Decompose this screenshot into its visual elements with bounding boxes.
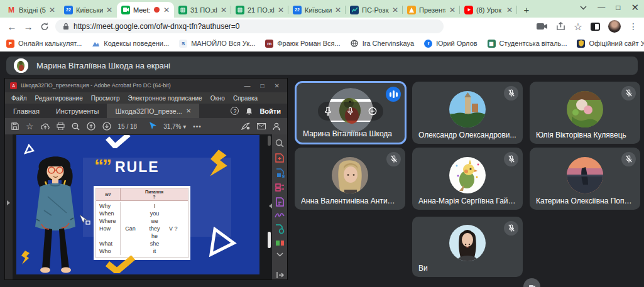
pen-tool-icon[interactable] xyxy=(241,122,250,130)
tab-schedule[interactable]: ПС-Розкла ✕ xyxy=(346,2,403,18)
star-icon[interactable]: ☆ xyxy=(26,121,34,131)
expand-pane-icon[interactable] xyxy=(276,271,284,279)
tab-sheet-31[interactable]: 31 ПО.xlsx ✕ xyxy=(174,2,231,18)
menu-help[interactable]: Справка xyxy=(233,95,258,102)
bookmark-item[interactable]: ▦Студентська віталь... xyxy=(488,40,567,48)
tab-close-icon[interactable]: ✕ xyxy=(449,6,456,14)
nav-pane-rail[interactable] xyxy=(5,134,13,279)
facebook-icon: f xyxy=(424,40,432,48)
tab-close-icon[interactable]: ✕ xyxy=(106,6,112,14)
acrobat-minimize-button[interactable]: — xyxy=(244,82,251,89)
menu-window[interactable]: Окно xyxy=(210,95,225,102)
tab-calendar-2[interactable]: 22 Київський ✕ xyxy=(288,2,346,18)
print-icon[interactable] xyxy=(57,122,65,130)
export-pdf-tool-icon[interactable] xyxy=(275,168,285,178)
address-bar[interactable]: https://meet.google.com/ofw-dnxq-tfn?aut… xyxy=(55,19,444,33)
bookmark-item[interactable]: SМАНОЙЛО Вся Ук... xyxy=(179,40,255,48)
participant-tile[interactable]: Анна-Марія Сергіївна Гайд... xyxy=(412,148,523,210)
pin-icon[interactable] xyxy=(324,107,332,116)
organize-pages-tool-icon[interactable] xyxy=(275,183,285,192)
bookmark-item[interactable]: Офіційний сайт Уп... xyxy=(577,40,644,48)
tab-close-icon[interactable]: ✕ xyxy=(163,6,170,14)
signature-tool-icon[interactable] xyxy=(275,212,285,219)
tab-close-icon[interactable]: ✕ xyxy=(186,107,191,114)
table-row: WhyI xyxy=(96,202,188,210)
tab-presentation[interactable]: Презента ✕ xyxy=(403,2,460,18)
tab-gmail[interactable]: M Вхідні (5) - ✕ xyxy=(3,2,60,18)
acrobat-maximize-button[interactable]: □ xyxy=(261,82,265,89)
chevron-down-icon[interactable] xyxy=(580,6,587,10)
fill-sign-tool-icon[interactable] xyxy=(276,197,284,207)
tab-youtube[interactable]: (8) Урок а ✕ xyxy=(460,2,517,18)
minimize-button[interactable]: — xyxy=(598,3,605,12)
expand-nav-pane-icon[interactable] xyxy=(7,200,10,205)
tab-meet-active[interactable]: Meet: ✕ xyxy=(117,2,174,18)
share-cloud-icon[interactable] xyxy=(41,123,50,130)
bookmark-item[interactable]: mФраюк Роман Вся... xyxy=(265,40,340,48)
acrobat-close-button[interactable]: ✕ xyxy=(275,82,280,89)
tab-calendar-1[interactable]: 22 Київський ✕ xyxy=(60,2,117,18)
search-tool-icon[interactable] xyxy=(275,139,284,148)
mic-icon[interactable] xyxy=(347,107,354,116)
page-up-icon[interactable] xyxy=(87,122,96,131)
acrobat-tab-document[interactable]: Шкода32ПО_презе...✕ xyxy=(107,104,199,118)
more-tools-icon[interactable]: ••• xyxy=(193,123,202,130)
bookmark-item[interactable]: Кодексы поведени... xyxy=(92,40,169,48)
side-panel-icon[interactable] xyxy=(591,23,600,31)
menu-view[interactable]: Просмотр xyxy=(91,95,120,102)
bottom-control-partial[interactable] xyxy=(523,278,540,287)
tab-close-icon[interactable]: ✕ xyxy=(506,6,513,14)
select-cursor-icon[interactable] xyxy=(149,122,156,131)
bookmark-item[interactable]: PОнлайн калькулят... xyxy=(6,40,82,48)
new-tab-button[interactable]: + xyxy=(520,3,533,16)
share-icon[interactable] xyxy=(556,22,565,31)
more-tools-rail-icon[interactable] xyxy=(275,239,285,247)
participant-tile[interactable]: Юлія Вікторівна Кулявець xyxy=(530,82,640,144)
page-number-display[interactable]: 15 / 18 xyxy=(118,123,138,130)
save-icon[interactable] xyxy=(11,122,19,130)
person-icon[interactable] xyxy=(273,122,281,131)
zoom-search-icon[interactable] xyxy=(72,122,80,131)
participant-tile-marina[interactable]: Марина Віталіївна Шкода xyxy=(295,81,407,144)
tab-close-icon[interactable]: ✕ xyxy=(49,6,55,14)
forward-button[interactable]: → xyxy=(23,21,34,32)
acrobat-tab-home[interactable]: Главная xyxy=(5,104,48,118)
envelope-icon[interactable] xyxy=(257,123,266,129)
bell-icon[interactable] xyxy=(246,107,253,115)
participant-tile[interactable]: Анна Валентинівна Антипо... xyxy=(295,148,405,210)
mic-muted-icon xyxy=(386,152,401,166)
close-button[interactable]: ✕ xyxy=(631,2,639,13)
menu-file[interactable]: Файл xyxy=(11,95,27,102)
back-button[interactable]: ← xyxy=(6,21,18,32)
bookmark-star-icon[interactable]: ☆ xyxy=(574,21,582,33)
tab-close-icon[interactable]: ✕ xyxy=(335,6,341,14)
acrobat-tab-bar: Главная Инструменты Шкода32ПО_презе...✕ … xyxy=(5,104,287,118)
scrollbar-thumb[interactable] xyxy=(268,232,271,248)
participant-tile-self[interactable]: Ви xyxy=(412,217,523,277)
tab-close-icon[interactable]: ✕ xyxy=(221,6,227,14)
maximize-button[interactable]: □ xyxy=(616,3,620,12)
tab-close-icon[interactable]: ✕ xyxy=(278,6,284,14)
sign-in-button[interactable]: Войти xyxy=(259,107,281,115)
tab-sheet-21[interactable]: 21 ПО.xlsx ✕ xyxy=(231,2,288,18)
reload-button[interactable] xyxy=(39,22,50,31)
participant-tile[interactable]: Олександр Олександрови... xyxy=(412,82,523,144)
bookmark-item[interactable]: Ira Chervinskaya xyxy=(351,40,415,48)
protect-pdf-tool-icon[interactable] xyxy=(275,224,285,234)
acrobat-tab-tools[interactable]: Инструменты xyxy=(48,104,107,118)
bookmark-item[interactable]: fЮрий Орлов xyxy=(424,40,477,48)
menu-esign[interactable]: Электронное подписание xyxy=(128,95,202,102)
help-icon[interactable]: ? xyxy=(231,107,239,115)
rail-chevron-down-icon[interactable] xyxy=(276,252,283,257)
zoom-level-display[interactable]: 31,7% ▾ xyxy=(163,123,186,130)
menu-kebab-icon[interactable]: ⋮ xyxy=(629,21,638,31)
tab-close-icon[interactable]: ✕ xyxy=(392,6,398,14)
scrollbar-track[interactable] xyxy=(268,136,271,146)
camera-icon[interactable] xyxy=(537,23,548,30)
profile-avatar[interactable] xyxy=(608,20,621,33)
menu-edit[interactable]: Редактирование xyxy=(35,95,83,102)
create-pdf-tool-icon[interactable] xyxy=(275,153,284,163)
participant-tile[interactable]: Катерина Олексіївна Попова xyxy=(530,148,640,210)
remove-icon[interactable] xyxy=(368,107,377,116)
page-down-icon[interactable] xyxy=(102,122,111,131)
